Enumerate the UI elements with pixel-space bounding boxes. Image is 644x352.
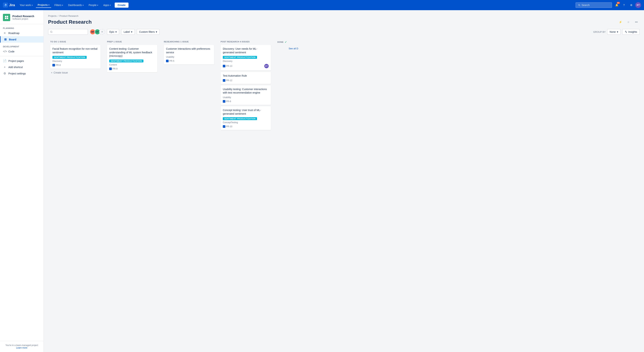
- column-header-researching: RESEARCHING 1 ISSUE: [164, 40, 214, 43]
- ellipsis-icon: •••: [635, 20, 638, 24]
- chevron-down-icon: ▾: [156, 30, 157, 33]
- chevron-icon: ▾: [97, 4, 98, 6]
- column-header-post-research: POST RESEARCH 4 ISSUES: [220, 40, 271, 43]
- avatar-group: MR AT +: [90, 29, 105, 35]
- label-label: Label: [124, 30, 130, 33]
- chevron-icon: ▾: [48, 4, 49, 6]
- search-icon: [578, 4, 580, 6]
- chevron-icon: ▾: [32, 4, 32, 6]
- nav-apps[interactable]: Apps ▾: [102, 2, 112, 8]
- pages-icon: 📄: [3, 59, 6, 62]
- header-actions: ⚡ ☆ •••: [617, 19, 640, 25]
- group-by-value: None: [610, 30, 616, 33]
- board-card[interactable]: Content testing: Customer understanding …: [107, 45, 157, 72]
- roadmap-icon: ≡: [3, 32, 6, 35]
- board-icon: ⊞: [4, 38, 7, 41]
- card-title: Facial feature recognition for non-verba…: [52, 47, 98, 54]
- add-icon: +: [3, 66, 6, 69]
- card-label: Discovery: [223, 60, 269, 62]
- learn-more-link[interactable]: Learn more: [16, 346, 27, 349]
- board-card[interactable]: Test Automation Rule PR-12: [220, 72, 271, 84]
- create-button[interactable]: Create: [115, 2, 128, 8]
- add-avatar-button[interactable]: +: [99, 29, 105, 35]
- label-filter[interactable]: Label ▾: [121, 29, 135, 35]
- issue-ref: PR-9: [109, 68, 118, 70]
- column-title: DONE: [278, 41, 284, 43]
- card-label: ConceptTesting: [223, 121, 269, 124]
- issue-checkbox: [223, 125, 225, 128]
- sidebar-item-board[interactable]: ⊞ Board: [0, 36, 44, 42]
- page-header: Product Research ⚡ ☆ •••: [48, 19, 640, 25]
- custom-filters[interactable]: Custom filters ▾: [137, 29, 160, 35]
- card-title: Discovery: User needs for ML-generated s…: [223, 47, 269, 54]
- svg-rect-2: [7, 16, 8, 17]
- settings-button[interactable]: ⚙: [628, 2, 634, 8]
- insights-button[interactable]: Insights: [622, 29, 640, 35]
- code-icon: </>: [3, 50, 6, 53]
- search-box[interactable]: Search: [576, 2, 612, 8]
- search-placeholder: Search: [582, 4, 590, 6]
- issue-checkbox: [223, 100, 225, 103]
- card-title: Customer interactions with preferences s…: [166, 47, 212, 54]
- chevron-down-icon: ▾: [116, 30, 117, 33]
- search-input[interactable]: [54, 30, 86, 33]
- main-content: Projects / Product Research Product Rese…: [44, 10, 644, 352]
- star-button[interactable]: ☆: [625, 19, 632, 25]
- board-card[interactable]: Customer interactions with preferences s…: [164, 45, 214, 64]
- issue-checkbox: [223, 65, 225, 67]
- jira-logo[interactable]: Jira: [3, 2, 15, 8]
- card-title: Concept testing: User trust of ML-genera…: [223, 108, 269, 116]
- more-button[interactable]: •••: [633, 19, 640, 25]
- epic-filter[interactable]: Epic ▾: [107, 29, 119, 35]
- issue-ref: PR-5: [166, 60, 174, 62]
- board-card[interactable]: Facial feature recognition for non-verba…: [50, 45, 100, 68]
- sidebar-item-code[interactable]: </> Code: [0, 48, 44, 54]
- card-label: Usability: [166, 56, 212, 58]
- column-done: DONE ✓See all D: [275, 38, 312, 54]
- board: TO DO 1 ISSUEFacial feature recognition …: [48, 38, 640, 134]
- sidebar-item-project-settings[interactable]: ⚙ Project settings: [0, 70, 44, 76]
- card-tag: SENTIMENT PRODUCTIZATION: [109, 60, 144, 62]
- sidebar-item-add-shortcut[interactable]: + Add shortcut: [0, 64, 44, 70]
- column-title: TO DO 1 ISSUE: [50, 40, 66, 43]
- sidebar-item-roadmap[interactable]: ≡ Roadmap: [0, 30, 44, 36]
- notification-badge: 9+: [617, 2, 620, 4]
- issue-ref: PR-6: [223, 100, 231, 103]
- nav-dashboards[interactable]: Dashboards ▾: [66, 2, 85, 8]
- nav-filters[interactable]: Filters ▾: [52, 2, 65, 8]
- user-avatar[interactable]: KT: [635, 2, 641, 8]
- breadcrumb-projects[interactable]: Projects: [48, 14, 56, 17]
- nav-projects[interactable]: Projects ▾: [36, 2, 51, 8]
- card-title: Usability testing: Customer interactions…: [223, 88, 269, 95]
- nav-people[interactable]: People ▾: [87, 2, 100, 8]
- chevron-icon: ▾: [83, 4, 84, 6]
- column-title: PREP 1 ISSUE: [107, 40, 122, 43]
- issue-id: PR-5: [169, 60, 174, 62]
- column-header-done: DONE ✓: [278, 40, 310, 44]
- board-card[interactable]: Usability testing: Customer interactions…: [220, 85, 271, 105]
- project-icon: [3, 14, 10, 21]
- breadcrumb-product-research[interactable]: Product Research: [60, 14, 78, 17]
- lightning-button[interactable]: ⚡: [617, 19, 624, 25]
- board-search[interactable]: [48, 29, 88, 35]
- group-by-select[interactable]: None ▾: [607, 29, 620, 35]
- see-all-link[interactable]: See all D: [278, 46, 310, 51]
- star-icon: ☆: [627, 20, 630, 24]
- create-issue-button[interactable]: + Create issue: [50, 70, 100, 75]
- nav-your-work[interactable]: Your work ▾: [18, 2, 34, 8]
- board-card[interactable]: Concept testing: User trust of ML-genera…: [220, 106, 271, 130]
- notification-button[interactable]: 🔔 9+: [614, 2, 620, 8]
- check-icon: ✓: [285, 40, 287, 44]
- help-button[interactable]: ?: [621, 2, 627, 8]
- logo-text: Jira: [9, 3, 15, 7]
- card-tag: SENTIMENT PRODUCTIZATION: [223, 56, 257, 59]
- project-name: Product Research: [12, 15, 34, 18]
- bell-icon: 🔔: [615, 4, 618, 6]
- card-label: Discovery: [52, 60, 98, 62]
- column-researching: RESEARCHING 1 ISSUECustomer interactions…: [162, 38, 216, 68]
- nav-icon-group: 🔔 9+ ? ⚙ KT: [614, 2, 641, 8]
- sidebar-item-project-pages[interactable]: 📄 Project pages: [0, 58, 44, 64]
- page-title: Product Research: [48, 19, 92, 25]
- board-card[interactable]: Discovery: User needs for ML-generated s…: [220, 45, 271, 70]
- card-label: Content: [109, 64, 155, 66]
